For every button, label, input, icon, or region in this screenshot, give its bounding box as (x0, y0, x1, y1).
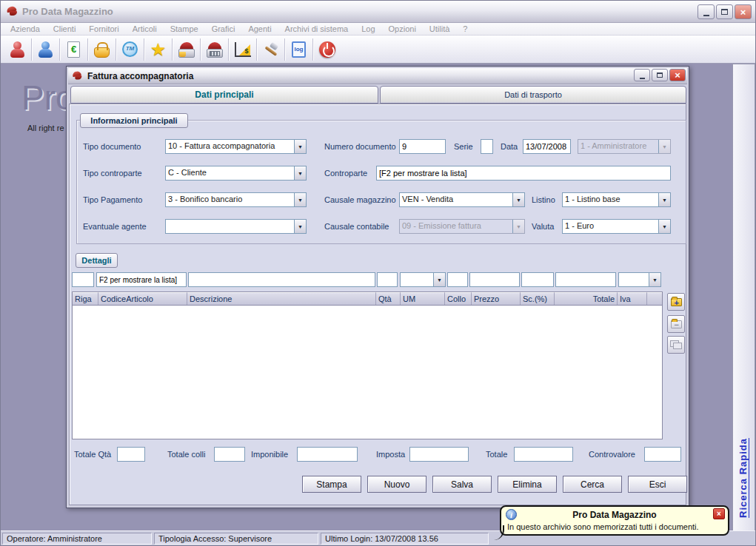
notification-title: Pro Data Magazzino (504, 510, 725, 520)
entry-codice-articolo-input[interactable] (96, 272, 187, 287)
chevron-down-icon[interactable]: ▼ (294, 220, 306, 233)
menu-agenti[interactable]: Agenti (241, 24, 278, 33)
nuovo-button[interactable]: Nuovo (367, 476, 426, 493)
fattura-dialog: Fattura accompagnatoria × Dati principal… (66, 66, 689, 508)
salva-button[interactable]: Salva (432, 476, 492, 493)
quick-search-tab[interactable]: Ricerca Rapida (737, 438, 749, 518)
entry-descrizione-input[interactable] (188, 272, 375, 287)
menu-help[interactable]: ? (456, 24, 474, 33)
valuta-select[interactable]: 1 - Euro ▼ (562, 219, 671, 234)
copy-row-button[interactable] (667, 336, 685, 354)
power-off-icon[interactable] (313, 37, 341, 62)
operatore-value: 1 - Amministratore (578, 140, 658, 153)
copy-row-icon (670, 340, 682, 349)
dialog-maximize-button[interactable] (652, 69, 668, 81)
maximize-button[interactable] (716, 4, 733, 19)
imponibile-input[interactable] (297, 447, 358, 462)
trademark-icon[interactable]: TM (116, 37, 144, 62)
warehouse-print-icon[interactable] (201, 37, 228, 62)
menu-stampe[interactable]: Stampe (164, 24, 205, 33)
serie-input[interactable] (481, 139, 493, 154)
tipo-documento-select[interactable]: 10 - Fattura accompagnatoria ▼ (165, 139, 307, 154)
basket-icon[interactable] (88, 37, 116, 62)
dialog-close-button[interactable]: × (669, 69, 686, 81)
tools-hammer-icon[interactable] (257, 37, 284, 62)
controvalore-input[interactable] (644, 447, 681, 462)
chevron-down-icon[interactable]: ▼ (658, 220, 670, 233)
col-descrizione: Descrizione (187, 292, 376, 305)
tipo-pagamento-select[interactable]: 3 - Bonifico bancario ▼ (165, 192, 307, 207)
listino-select[interactable]: 1 - Listino base ▼ (562, 192, 671, 207)
stampa-button[interactable]: Stampa (302, 476, 361, 493)
chevron-down-icon[interactable]: ▼ (658, 193, 670, 206)
warehouse-in-icon[interactable] (173, 37, 200, 62)
menu-grafici[interactable]: Grafici (205, 24, 242, 33)
menu-utilita[interactable]: Utilità (423, 24, 457, 33)
evantuale-agente-select[interactable]: ▼ (165, 219, 307, 234)
log-file-icon[interactable]: log (285, 37, 312, 62)
background-rights-text: All right re (27, 124, 64, 132)
chevron-down-icon[interactable]: ▼ (294, 193, 306, 206)
menu-opzioni[interactable]: Opzioni (382, 24, 423, 33)
tipo-controparte-value: C - Cliente (166, 166, 294, 180)
chevron-down-icon[interactable]: ▼ (294, 166, 306, 180)
totale-colli-input[interactable] (214, 447, 245, 462)
elimina-button[interactable]: Elimina (498, 476, 557, 493)
details-table-body[interactable] (73, 306, 662, 439)
close-icon: × (675, 70, 680, 80)
causale-magazzino-label: Causale magazzino (324, 192, 396, 207)
minimize-button[interactable] (698, 4, 715, 19)
info-group-title: Informazioni principali (80, 113, 188, 128)
chevron-down-icon[interactable]: ▼ (294, 140, 306, 153)
entry-iva-select[interactable]: ▼ (618, 272, 661, 287)
entry-prezzo-input[interactable] (469, 272, 520, 287)
entry-totale-input[interactable] (555, 272, 616, 287)
numero-documento-input[interactable] (399, 139, 446, 154)
star-favorites-icon[interactable]: ★ (144, 37, 172, 62)
menu-archivi-di-sistema[interactable]: Archivi di sistema (278, 24, 355, 33)
entry-sconto-input[interactable] (521, 272, 554, 287)
tipo-controparte-select[interactable]: C - Cliente ▼ (165, 166, 307, 181)
minimize-icon (703, 15, 709, 16)
price-chart-icon[interactable]: $ (229, 37, 256, 62)
close-button[interactable]: × (735, 4, 752, 19)
imposta-label: Imposta (376, 447, 405, 462)
imposta-input[interactable] (409, 447, 469, 462)
entry-collo-input[interactable] (447, 272, 468, 287)
entry-um-value (401, 273, 433, 286)
tab-dati-principali[interactable]: Dati principali (70, 86, 378, 104)
customer-search-blue-icon[interactable] (32, 37, 59, 62)
menu-azienda[interactable]: Azienda (4, 24, 47, 33)
menu-articoli[interactable]: Articoli (126, 24, 164, 33)
chevron-down-icon[interactable]: ▼ (512, 193, 524, 206)
entry-riga-input[interactable] (72, 272, 94, 287)
dialog-minimize-button[interactable] (634, 69, 650, 81)
col-um: UM (401, 292, 445, 305)
menu-log[interactable]: Log (355, 24, 381, 33)
main-titlebar: Pro Data Magazzino × (1, 1, 755, 23)
cerca-button[interactable]: Cerca (563, 476, 622, 493)
menu-fornitori[interactable]: Fornitori (82, 24, 125, 33)
menu-clienti[interactable]: Clienti (47, 24, 83, 33)
chevron-down-icon[interactable]: ▼ (433, 273, 445, 286)
entry-qta-input[interactable] (377, 272, 398, 287)
customer-red-icon[interactable] (4, 37, 31, 62)
remove-row-button[interactable]: − (667, 315, 685, 333)
totale-input[interactable] (514, 447, 573, 462)
status-operator: Operatore: Amministratore (2, 533, 152, 545)
tab-dati-di-trasporto[interactable]: Dati di trasporto (380, 86, 686, 104)
col-prezzo: Prezzo (472, 292, 521, 305)
chevron-down-icon[interactable]: ▼ (649, 273, 660, 286)
entry-um-select[interactable]: ▼ (400, 272, 446, 287)
controparte-label: Controparte (324, 166, 367, 181)
causale-magazzino-select[interactable]: VEN - Vendita ▼ (399, 192, 525, 207)
window-title: Pro Data Magazzino (22, 6, 113, 17)
invoice-euro-icon[interactable]: € (60, 37, 87, 62)
data-input[interactable] (523, 139, 571, 154)
notification-close-button[interactable]: × (713, 508, 725, 519)
totale-qta-input[interactable] (117, 447, 145, 462)
totale-colli-label: Totale colli (167, 447, 205, 462)
add-row-button[interactable]: + (667, 293, 685, 311)
esci-button[interactable]: Esci (628, 476, 687, 493)
controparte-input[interactable] (376, 166, 671, 181)
